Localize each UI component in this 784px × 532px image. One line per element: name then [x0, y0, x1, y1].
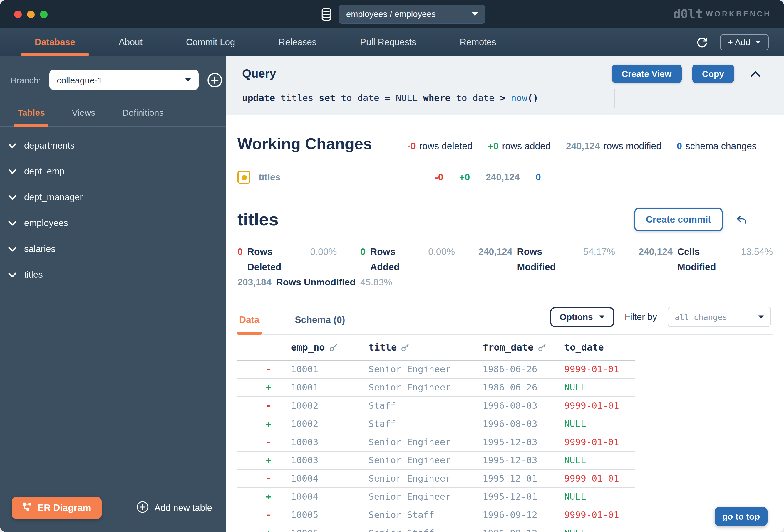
plus-circle-icon: [136, 501, 149, 515]
table-name: dept_emp: [24, 166, 65, 177]
add-button-label: + Add: [728, 37, 751, 47]
table-list: departments dept_emp dept_manager employ…: [0, 127, 226, 288]
sidebar-item-departments[interactable]: departments: [8, 133, 226, 158]
logo-dolt: d0lt: [673, 7, 703, 21]
create-view-button[interactable]: Create View: [612, 65, 681, 83]
cell-emp-no: 10002: [291, 401, 368, 411]
rows-added-detail: 0Rows Added0.00%: [360, 244, 455, 275]
zoom-window-button[interactable]: [40, 10, 48, 18]
body-row: Branch: colleague-1: [0, 56, 784, 532]
chevron-down-icon: [8, 218, 17, 229]
column-name: from_date: [482, 342, 533, 353]
cell-from-date: 1986-06-26: [482, 364, 564, 375]
sql-operator: >: [500, 93, 505, 104]
modified-count: 240,124: [486, 172, 520, 183]
diff-added-sign: +: [265, 455, 291, 466]
create-commit-button[interactable]: Create commit: [634, 208, 723, 231]
stat-value: 240,124: [639, 244, 673, 260]
column-header-to-date[interactable]: to_date: [564, 342, 635, 353]
sidebar-item-dept-emp[interactable]: dept_emp: [8, 158, 226, 184]
column-header-from-date[interactable]: from_date: [482, 342, 564, 353]
database-selector[interactable]: employees / employees: [338, 4, 485, 24]
branch-selector[interactable]: colleague-1: [49, 70, 198, 90]
go-to-top-button[interactable]: go to top: [715, 507, 767, 526]
sql-query-text[interactable]: update titles set to_date = NULL where t…: [242, 93, 760, 104]
column-header-title[interactable]: title: [368, 342, 482, 353]
nav-tab-releases[interactable]: Releases: [257, 28, 338, 56]
cell-to-date: 9999-01-01: [564, 473, 635, 484]
cell-to-date: 9999-01-01: [564, 437, 635, 447]
database-selector-value: employees / employees: [346, 9, 436, 19]
cell-to-date: NULL: [564, 455, 635, 466]
cell-title: Senior Engineer: [368, 473, 482, 484]
page-title: titles: [237, 210, 634, 230]
nav-tab-about[interactable]: About: [97, 28, 164, 56]
chevron-down-icon: [756, 40, 761, 43]
stat-label: Rows Unmodified: [276, 275, 356, 290]
cell-to-date: NULL: [564, 492, 635, 502]
sidebar-tab-tables[interactable]: Tables: [14, 108, 49, 127]
working-changes-section: Working Changes -0rows deleted +0rows ad…: [226, 115, 784, 532]
sidebar-item-dept-manager[interactable]: dept_manager: [8, 184, 226, 210]
tab-data[interactable]: Data: [237, 309, 261, 335]
table-row: -10005Senior Staff1996-09-129999-01-01: [237, 506, 635, 524]
chevron-down-icon: [758, 315, 764, 319]
stat-label: Rows Modified: [517, 244, 579, 275]
stat-percent: 54.17%: [583, 244, 615, 260]
table-controls: Options Filter by all changes: [550, 306, 773, 334]
er-diagram-button[interactable]: ER Diagram: [12, 497, 102, 519]
sidebar-item-employees[interactable]: employees: [8, 210, 226, 236]
cell-to-date: NULL: [564, 419, 635, 429]
undo-icon[interactable]: [736, 215, 747, 225]
query-header: Query Create View Copy: [242, 65, 760, 83]
nav-tab-remotes[interactable]: Remotes: [438, 28, 518, 56]
cell-emp-no: 10003: [291, 455, 368, 466]
sql-text: to_date: [450, 93, 500, 104]
cell-to-date: NULL: [564, 528, 635, 532]
cell-emp-no: 10004: [291, 473, 368, 484]
options-button[interactable]: Options: [550, 307, 614, 327]
sql-keyword: set: [319, 93, 335, 104]
nav-tab-commit-log[interactable]: Commit Log: [164, 28, 257, 56]
sidebar-tab-views[interactable]: Views: [68, 108, 99, 127]
data-table-header: emp_no title from_date to_date: [237, 335, 635, 360]
sidebar-tab-definitions[interactable]: Definitions: [119, 108, 167, 127]
traffic-lights: [14, 10, 48, 18]
add-new-table-label: Add new table: [155, 503, 213, 513]
cell-emp-no: 10004: [291, 492, 368, 502]
sql-function: now: [505, 93, 528, 104]
tab-schema[interactable]: Schema (0): [293, 309, 347, 335]
filter-changes-select[interactable]: all changes: [668, 306, 771, 327]
chevron-down-icon: [8, 269, 17, 280]
copy-button[interactable]: Copy: [692, 65, 734, 83]
add-branch-icon[interactable]: [206, 72, 222, 88]
cell-emp-no: 10005: [291, 510, 368, 520]
sql-keyword: update: [242, 93, 275, 104]
close-window-button[interactable]: [14, 10, 22, 18]
column-header-emp-no[interactable]: emp_no: [291, 342, 368, 353]
chevron-down-icon: [599, 315, 605, 319]
sql-operator: =: [385, 93, 390, 104]
er-diagram-icon: [22, 502, 32, 514]
cell-from-date: 1995-12-01: [482, 492, 564, 502]
cell-title: Senior Staff: [368, 510, 482, 520]
changed-table-row-titles[interactable]: titles -0 +0 240,124 0: [237, 163, 773, 191]
stat-label: Cells Modified: [677, 244, 736, 275]
add-new-table-button[interactable]: Add new table: [136, 501, 213, 515]
minimize-window-button[interactable]: [27, 10, 35, 18]
rows-deleted-stat: -0rows deleted: [407, 141, 473, 151]
query-title: Query: [242, 67, 276, 81]
add-button[interactable]: + Add: [720, 34, 769, 50]
nav-tab-database[interactable]: Database: [13, 28, 97, 56]
refresh-icon[interactable]: [696, 36, 708, 48]
cell-to-date: 9999-01-01: [564, 364, 635, 375]
nav-tab-pull-requests[interactable]: Pull Requests: [338, 28, 438, 56]
sidebar-item-titles[interactable]: titles: [8, 262, 226, 288]
sql-text: to_date: [335, 93, 385, 104]
changed-table-name: titles: [259, 172, 435, 183]
sidebar-item-salaries[interactable]: salaries: [8, 236, 226, 262]
cell-emp-no: 10002: [291, 419, 368, 429]
collapse-query-icon[interactable]: [751, 71, 760, 77]
table-name: titles: [24, 269, 43, 280]
diff-removed-sign: -: [265, 510, 291, 520]
